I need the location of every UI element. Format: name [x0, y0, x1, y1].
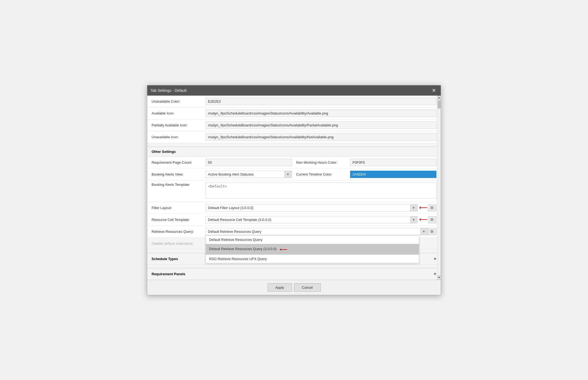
dropdown-item-2[interactable]: Default Retrieve Resources Query (3.0.0.…: [206, 244, 419, 255]
dialog-footer: Apply Cancel: [147, 280, 441, 295]
unavailable-icon-label: Unavailable Icon:: [152, 135, 206, 139]
filter-layout-dropdown-wrapper: Default Filter Layout (3.0.0.0) ▼: [206, 204, 418, 211]
non-working-hours-color-label: Non-Working Hours Color:: [296, 160, 350, 164]
close-button[interactable]: ✕: [430, 88, 437, 93]
scroll-up-button[interactable]: ▲: [437, 96, 441, 100]
form-content: Unavailable Color: Available Icon:: [147, 96, 441, 280]
chevron-down-icon: ▼: [287, 173, 289, 176]
booking-alerts-template-label: Booking Alerts Template:: [152, 183, 206, 187]
current-timeline-color-field: 2A8DD4: [350, 171, 436, 178]
available-icon-label: Available Icon:: [152, 111, 206, 115]
unavailable-color-label: Unavailable Color:: [152, 99, 206, 103]
other-settings-section: Requirement Page Count: Non-Working Hour…: [147, 157, 441, 250]
dialog-title: Tab Settings - Default: [151, 88, 187, 93]
filter-layout-control: Default Filter Layout (3.0.0.0) ▼ ⟵ ⚙: [206, 204, 436, 211]
booking-alerts-view-control: Active Booking Alert Statuses ▼: [206, 171, 292, 178]
filter-layout-gear-button[interactable]: ⚙: [428, 204, 436, 211]
available-icon-input[interactable]: [206, 110, 436, 117]
filter-layout-dropdown-arrow[interactable]: ▼: [410, 204, 418, 211]
cancel-button[interactable]: Cancel: [294, 283, 320, 292]
partially-available-icon-control: [206, 122, 436, 129]
scroll-down-button[interactable]: ▼: [437, 275, 441, 280]
booking-alerts-view-label: Booking Alerts View:: [152, 172, 206, 176]
gear-icon: ⚙: [430, 206, 434, 210]
dropdown-item-1[interactable]: Default Retrieve Resources Query: [206, 236, 419, 244]
other-settings-title: Other Settings: [152, 150, 176, 154]
retrieve-resources-query-label: Retrieve Resources Query:: [152, 230, 206, 234]
booking-alerts-template-control: <Default>: [206, 183, 436, 200]
resource-cell-dropdown-with-gear: Default Resource Cell Template (3.0.0.0)…: [206, 216, 436, 223]
booking-alerts-template-row: Booking Alerts Template: <Default>: [147, 180, 441, 202]
unavailable-color-row: Unavailable Color:: [147, 96, 441, 107]
requirement-page-count-row: Requirement Page Count: Non-Working Hour…: [147, 157, 441, 169]
booking-alerts-col-left: Booking Alerts View: Active Booking Aler…: [152, 171, 292, 178]
gear-icon3: ⚙: [430, 229, 434, 234]
resource-cell-dropdown-wrapper: Default Resource Cell Template (3.0.0.0)…: [206, 216, 418, 223]
retrieve-resources-dropdown-wrapper: Default Retrieve Resources Query ▼ Defau…: [206, 228, 428, 235]
current-timeline-color-label: Current Timeline Color:: [296, 172, 350, 176]
scrollbar-area: [437, 100, 441, 275]
resource-cell-template-select[interactable]: Default Resource Cell Template (3.0.0.0): [206, 216, 418, 223]
unavailable-icon-row: Unavailable Icon:: [147, 131, 441, 143]
available-icon-control: [206, 110, 436, 117]
booking-alerts-dropdown-arrow[interactable]: ▼: [284, 171, 292, 178]
req-page-col-left: Requirement Page Count:: [152, 159, 292, 166]
retrieve-resources-dropdown-menu: Default Retrieve Resources Query Default…: [206, 235, 419, 263]
unavailable-icon-input[interactable]: [206, 133, 436, 141]
requirement-panels-title: Requirement Panels: [152, 272, 185, 276]
booking-alerts-view-select[interactable]: Active Booking Alert Statuses: [206, 171, 292, 178]
unavailable-color-input[interactable]: [206, 98, 436, 105]
current-timeline-color-control: 2A8DD4: [350, 171, 436, 178]
retrieve-resources-dropdown-arrow[interactable]: ▼: [420, 228, 428, 235]
spacer3: [147, 265, 441, 268]
scrollbar-thumb[interactable]: [437, 100, 441, 109]
retrieve-resources-dropdown-with-gear: Default Retrieve Resources Query ▼ Defau…: [206, 228, 436, 235]
requirement-page-count-label: Requirement Page Count:: [152, 160, 206, 164]
booking-alerts-dropdown-wrapper: Active Booking Alert Statuses ▼: [206, 171, 292, 178]
filter-layout-label: Filter Layout:: [152, 206, 206, 210]
schedule-types-add-icon[interactable]: +: [433, 256, 436, 262]
timeline-col-right: Current Timeline Color: 2A8DD4: [292, 171, 436, 178]
requirement-page-count-input[interactable]: [206, 159, 292, 166]
requirement-panels-add-icon[interactable]: +: [433, 271, 436, 277]
dropdown-item-arrow-icon: ⟵: [280, 246, 288, 252]
retrieve-resources-query-display[interactable]: Default Retrieve Resources Query: [206, 228, 428, 235]
tab-settings-dialog: Tab Settings - Default ✕ Unavailable Col…: [147, 85, 441, 295]
non-working-hours-color-input[interactable]: [350, 159, 436, 166]
retrieve-resources-query-control: Default Retrieve Resources Query ▼ Defau…: [206, 228, 436, 235]
resource-cell-template-control: Default Resource Cell Template (3.0.0.0)…: [206, 216, 436, 223]
resource-cell-template-label: Resource Cell Template:: [152, 218, 206, 222]
spacer1: [147, 143, 441, 146]
partially-available-icon-input[interactable]: [206, 122, 436, 129]
partially-available-icon-row: Partially Available Icon:: [147, 119, 441, 131]
filter-layout-row: Filter Layout: Default Filter Layout (3.…: [147, 202, 441, 214]
filter-layout-dropdown-with-gear: Default Filter Layout (3.0.0.0) ▼ ⟵ ⚙: [206, 204, 436, 211]
retrieve-resources-gear-button[interactable]: ⚙: [428, 228, 436, 235]
gear-icon2: ⚙: [430, 217, 434, 222]
filter-layout-select[interactable]: Default Filter Layout (3.0.0.0): [206, 204, 418, 211]
booking-alerts-template-textarea[interactable]: <Default>: [206, 183, 436, 199]
disable-default-extensions-label: Disable default extensions:: [152, 241, 206, 246]
schedule-types-title: Schedule Types: [152, 257, 178, 261]
available-icon-row: Available Icon:: [147, 107, 441, 119]
top-fields-section: Unavailable Color: Available Icon:: [147, 96, 441, 143]
partially-available-icon-label: Partially Available Icon:: [152, 123, 206, 127]
requirement-page-count-control: [206, 159, 292, 166]
resource-cell-template-row: Resource Cell Template: Default Resource…: [147, 214, 441, 226]
non-working-col-right: Non-Working Hours Color:: [292, 159, 436, 166]
resource-cell-arrow-icon: ⟵: [419, 216, 428, 223]
unavailable-icon-control: [206, 133, 436, 141]
other-settings-header: Other Settings: [147, 146, 441, 157]
booking-alerts-view-row: Booking Alerts View: Active Booking Aler…: [147, 169, 441, 180]
retrieve-resources-query-row: Retrieve Resources Query: Default Retrie…: [147, 226, 441, 238]
dialog-title-bar: Tab Settings - Default ✕: [147, 85, 441, 96]
resource-cell-dropdown-arrow[interactable]: ▼: [410, 216, 418, 223]
scroll-area: Unavailable Color: Available Icon:: [147, 96, 441, 280]
unavailable-color-control: [206, 98, 436, 105]
non-working-hours-color-control: [350, 159, 436, 166]
dropdown-item-3[interactable]: RSO Retrieve Resources UFX Query: [206, 255, 419, 263]
scrollbar-track: ▲ ▼: [437, 96, 441, 280]
requirement-panels-header: Requirement Panels +: [147, 268, 441, 280]
apply-button[interactable]: Apply: [268, 283, 292, 292]
resource-cell-gear-button[interactable]: ⚙: [428, 216, 436, 223]
